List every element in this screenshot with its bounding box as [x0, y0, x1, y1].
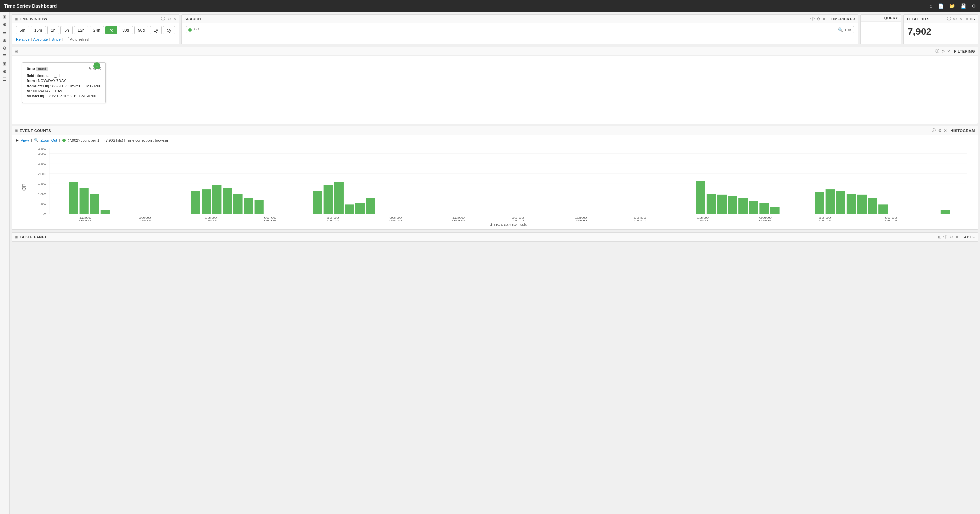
bar[interactable] [738, 198, 748, 214]
bar[interactable] [243, 198, 253, 214]
bar[interactable] [313, 191, 323, 214]
absolute-link[interactable]: Absolute [33, 37, 48, 41]
time-btn-12h[interactable]: 12h [74, 26, 88, 34]
table-gear-icon[interactable]: ⚙ [950, 235, 953, 240]
time-btn-1h[interactable]: 1h [47, 26, 59, 34]
time-window-gear-icon[interactable]: ⚙ [167, 17, 171, 21]
search-input[interactable] [202, 27, 836, 32]
bar[interactable] [815, 192, 824, 214]
bar[interactable] [858, 195, 867, 214]
search-info-icon[interactable]: ⓘ [810, 16, 815, 22]
bar[interactable] [212, 185, 221, 214]
app-title: Time Series Dashboard [4, 3, 57, 9]
hits-label: HITS [966, 17, 975, 21]
sidebar-expand-icon-3[interactable]: ⊞ [3, 61, 6, 66]
folder-icon[interactable]: 📁 [949, 3, 955, 9]
since-link[interactable]: Since [51, 37, 61, 41]
search-pencil-icon[interactable]: ✏ [848, 27, 851, 32]
hits-info-icon[interactable]: ⓘ [947, 16, 951, 22]
bar[interactable] [878, 205, 888, 214]
table-grid-icon[interactable]: ⊞ [938, 235, 941, 240]
bar[interactable] [759, 203, 768, 214]
bar[interactable] [255, 200, 264, 214]
hits-close-icon[interactable]: ✕ [959, 17, 963, 21]
bar[interactable] [223, 188, 232, 214]
home-icon[interactable]: ⌂ [930, 3, 932, 9]
histogram-close-icon[interactable]: ✕ [943, 128, 947, 133]
sidebar-expand-icon-1[interactable]: ⊞ [3, 14, 6, 19]
bar[interactable] [80, 188, 89, 214]
sidebar-settings-icon-1[interactable]: ⚙ [3, 22, 7, 27]
arrow-icon: ▶ [16, 138, 19, 142]
bar[interactable] [345, 205, 354, 214]
search-add-icon[interactable]: + [845, 27, 847, 32]
hits-gear-icon[interactable]: ⚙ [953, 17, 957, 21]
filter-to-row: to : NOW/DAY+1DAY [27, 89, 101, 93]
view-link[interactable]: View [21, 138, 29, 142]
bar[interactable] [836, 192, 845, 214]
bar[interactable] [90, 194, 99, 214]
bar[interactable] [718, 195, 727, 214]
bar[interactable] [202, 189, 211, 214]
bar[interactable] [68, 182, 78, 214]
relative-link[interactable]: Relative [16, 37, 30, 41]
settings-icon[interactable]: ⚙ [972, 3, 976, 9]
zoom-out-link[interactable]: Zoom Out [41, 138, 57, 142]
bar[interactable] [355, 203, 364, 214]
filtering-close-icon[interactable]: ✕ [947, 49, 950, 54]
auto-refresh-checkbox[interactable] [65, 37, 69, 41]
filter-edit-icon[interactable]: ✎ [88, 66, 92, 71]
table-close-icon[interactable]: ✕ [955, 235, 959, 240]
add-filter-button[interactable]: + [94, 62, 100, 69]
bar[interactable] [696, 181, 705, 214]
sidebar-settings-icon-3[interactable]: ⚙ [3, 69, 7, 74]
sidebar-expand-icon-2[interactable]: ⊞ [3, 38, 6, 43]
time-btn-1y[interactable]: 1y [150, 26, 162, 34]
time-btn-90d[interactable]: 90d [134, 26, 148, 34]
time-window-collapse-icon[interactable]: ▣ [14, 17, 18, 21]
sidebar-settings-icon-2[interactable]: ⚙ [3, 46, 7, 51]
table-info-icon[interactable]: ⓘ [943, 234, 947, 240]
file-icon[interactable]: 📄 [938, 3, 943, 9]
filtering-collapse-icon[interactable]: ▣ [14, 49, 18, 53]
time-btn-24h[interactable]: 24h [90, 26, 104, 34]
bar[interactable] [749, 201, 758, 214]
svg-text:08/08: 08/08 [819, 219, 831, 222]
bar[interactable] [191, 191, 200, 214]
time-btn-5y[interactable]: 5y [163, 26, 175, 34]
time-btn-7d[interactable]: 7d [105, 26, 117, 34]
histogram-info-icon[interactable]: ⓘ [932, 128, 936, 133]
bar[interactable] [770, 207, 779, 214]
search-close-icon[interactable]: ✕ [822, 17, 826, 21]
bar[interactable] [940, 210, 950, 214]
bar[interactable] [334, 182, 344, 214]
time-btn-15m[interactable]: 15m [30, 26, 46, 34]
time-window-close-icon[interactable]: ✕ [173, 17, 177, 21]
sidebar-layers-icon-3[interactable]: ☰ [3, 77, 7, 82]
table-collapse-icon[interactable]: ▣ [14, 235, 18, 239]
left-sidebar: ⊞ ⚙ ☰ ⊞ ⚙ ☰ ⊞ ⚙ ☰ [0, 12, 10, 514]
bar[interactable] [366, 198, 375, 214]
sidebar-layers-icon-1[interactable]: ☰ [3, 30, 7, 35]
bar[interactable] [707, 194, 716, 214]
bar[interactable] [826, 189, 835, 214]
bar[interactable] [100, 210, 110, 214]
search-gear-icon[interactable]: ⚙ [816, 17, 820, 21]
bar[interactable] [847, 194, 856, 214]
bar[interactable] [324, 185, 333, 214]
sidebar-layers-icon-2[interactable]: ☰ [3, 53, 7, 59]
save-icon[interactable]: 💾 [960, 3, 966, 9]
histogram-gear-icon[interactable]: ⚙ [938, 128, 942, 133]
time-window-info-icon[interactable]: ⓘ [161, 16, 165, 22]
time-btn-6h[interactable]: 6h [60, 26, 72, 34]
bar[interactable] [728, 196, 737, 214]
time-btn-30d[interactable]: 30d [119, 26, 133, 34]
svg-text:12:00: 12:00 [327, 217, 339, 219]
search-magnify-icon[interactable]: 🔍 [838, 27, 843, 32]
bar[interactable] [868, 198, 877, 214]
time-btn-5m[interactable]: 5m [16, 26, 29, 34]
filtering-gear-icon[interactable]: ⚙ [941, 49, 945, 54]
bar[interactable] [233, 194, 242, 214]
filtering-info-icon[interactable]: ⓘ [935, 48, 939, 54]
histogram-collapse-icon[interactable]: ▣ [14, 128, 18, 132]
